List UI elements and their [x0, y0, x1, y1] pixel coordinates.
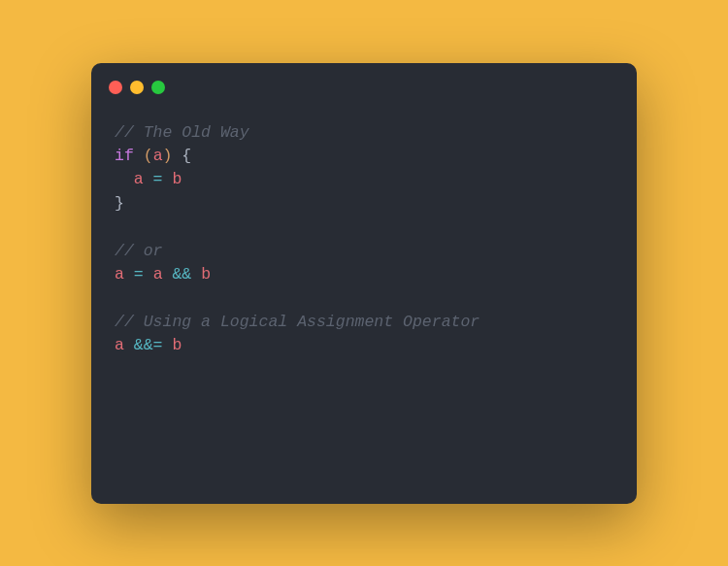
code-var: a: [115, 265, 124, 283]
code-keyword: if: [115, 147, 134, 165]
code-comment: // Using a Logical Assignment Operator: [115, 313, 480, 331]
code-brace: }: [115, 194, 124, 213]
code-paren: (: [144, 147, 153, 165]
code-block: // The Old Way if (a) { a = b } // or a …: [91, 94, 637, 382]
code-op: &&=: [124, 336, 173, 354]
minimize-icon[interactable]: [130, 81, 144, 94]
code-var: b: [201, 265, 211, 283]
code-window: // The Old Way if (a) { a = b } // or a …: [91, 63, 637, 504]
code-op: &&: [163, 265, 202, 283]
code-indent: [115, 170, 134, 188]
code-paren: ): [163, 147, 173, 165]
code-var: b: [172, 336, 182, 354]
window-titlebar: [91, 63, 637, 94]
code-var: a: [153, 147, 163, 165]
code-op: =: [124, 265, 153, 283]
code-comment: // The Old Way: [115, 123, 249, 142]
code-var: b: [172, 170, 182, 188]
code-var: a: [153, 265, 163, 283]
code-comment: // or: [115, 242, 163, 260]
code-var: a: [134, 170, 144, 188]
maximize-icon[interactable]: [151, 81, 165, 94]
code-brace: {: [172, 147, 191, 165]
close-icon[interactable]: [109, 81, 122, 94]
code-var: a: [115, 336, 124, 354]
code-op: =: [144, 170, 173, 188]
